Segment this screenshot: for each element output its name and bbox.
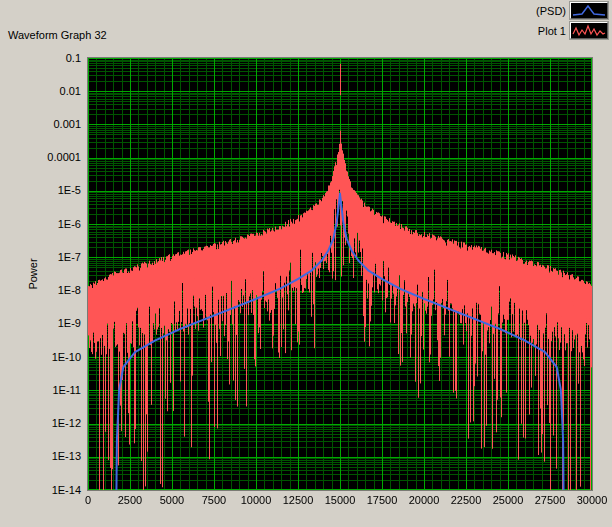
x-axis-tick-labels: 0250050007500100001250015000175002000022… bbox=[0, 0, 612, 527]
x-tick-label: 30000 bbox=[562, 494, 612, 506]
